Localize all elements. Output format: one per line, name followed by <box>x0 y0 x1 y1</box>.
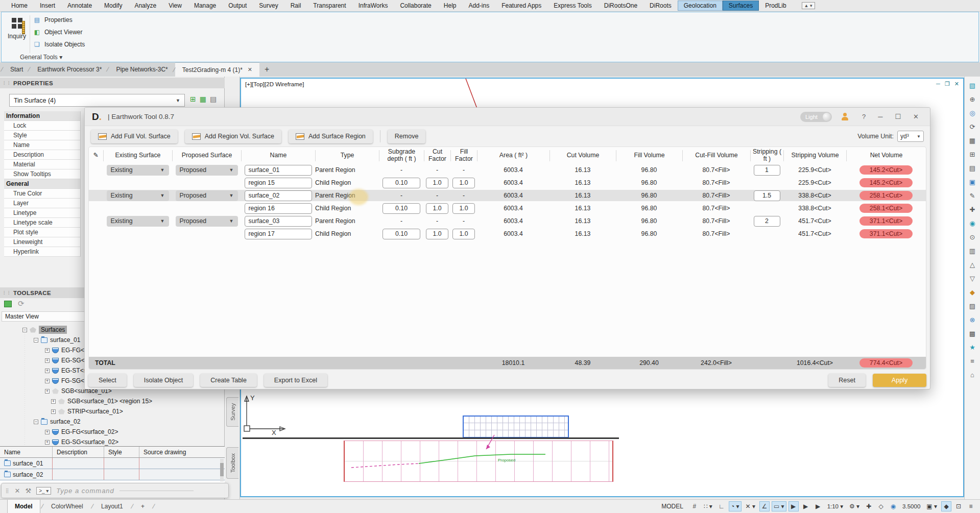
select-objects-icon[interactable]: ▦ <box>200 95 206 103</box>
subgrade-depth-input[interactable] <box>383 229 420 239</box>
add-full-vol-surface-button[interactable]: Add Full Vol. Surface <box>91 130 178 143</box>
toolbar-icon[interactable]: ▥ <box>967 244 978 258</box>
add-to-selection-icon[interactable]: ⊞ <box>190 95 196 103</box>
fill-factor-input[interactable] <box>452 229 475 239</box>
name-input[interactable] <box>245 165 312 176</box>
status-toggle-icon[interactable]: ✕ ▾ <box>744 501 757 511</box>
inquiry-button[interactable]: Inquiry <box>6 16 28 53</box>
refresh-icon[interactable]: ⟳ <box>18 299 25 308</box>
grading-grid-object[interactable] <box>463 416 569 438</box>
toolbar-icon[interactable]: ★ <box>967 340 978 354</box>
toolbar-icon[interactable]: ⊙ <box>967 230 978 244</box>
command-line[interactable]: ⣿ ✕ ⚒ >_ ▾ Type a command <box>1 483 229 498</box>
property-row[interactable]: Hyperlink <box>4 247 81 257</box>
status-toggle-icon[interactable]: ▶ <box>813 501 823 511</box>
cut-factor-input[interactable] <box>426 203 448 214</box>
menu-item[interactable]: Output <box>222 1 253 11</box>
help-button[interactable]: ? <box>862 113 866 120</box>
properties-tool-button[interactable]: ▤ Properties <box>33 16 73 23</box>
isolate-object-button[interactable]: Isolate Object <box>134 374 193 387</box>
tree-expand-icon[interactable]: + <box>45 389 50 394</box>
toolbar-icon[interactable]: ⟳ <box>967 120 978 134</box>
surface-list-row[interactable]: surface_02 <box>0 469 225 480</box>
toolbar-icon[interactable]: ▣ <box>967 175 978 189</box>
command-input[interactable]: Type a command <box>56 487 114 495</box>
toolbar-icon[interactable]: △ <box>967 258 978 272</box>
general-tools-dropdown[interactable]: General Tools ▾ <box>20 54 62 61</box>
menu-item[interactable]: Rail <box>284 1 307 11</box>
subgrade-depth-input[interactable] <box>383 203 420 214</box>
toolbar-icon[interactable]: ▤ <box>967 161 978 175</box>
tree-expand-icon[interactable]: + <box>45 348 50 353</box>
status-toggle-icon[interactable]: ✚ <box>864 501 874 511</box>
menu-item[interactable]: Modify <box>98 1 128 11</box>
maximize-button[interactable]: ☐ <box>895 113 901 120</box>
tree-expand-icon[interactable]: + <box>51 409 56 414</box>
layout-tab[interactable]: ColorWheel <box>44 500 90 513</box>
status-toggle-icon[interactable]: ▶ <box>788 501 799 511</box>
drawing-tab[interactable]: / Start ✕ <box>3 62 30 77</box>
menu-item[interactable]: Insert <box>34 1 61 11</box>
layout-tab[interactable]: Model <box>7 500 40 513</box>
toolbar-icon[interactable]: ▽ <box>967 272 978 285</box>
existing-surface-select[interactable]: Existing▼ <box>107 165 169 176</box>
scrollbar[interactable] <box>220 459 224 481</box>
status-toggle-icon[interactable]: ∷ ▾ <box>702 501 714 511</box>
menu-item[interactable]: Express Tools <box>547 1 597 11</box>
status-toggle-icon[interactable]: 1:10 ▾ <box>825 501 845 511</box>
status-toggle-icon[interactable]: ⊡ <box>953 501 964 511</box>
command-prompt-icon[interactable]: >_ ▾ <box>36 487 51 495</box>
tree-expand-icon[interactable]: − <box>34 420 38 424</box>
property-row[interactable]: Lineweight <box>4 237 81 247</box>
toolbar-icon[interactable]: ≡ <box>967 354 978 368</box>
property-row[interactable]: Layer <box>4 199 81 208</box>
surface-list-row[interactable]: surface_01 <box>0 458 225 469</box>
tree-expand-icon[interactable]: + <box>45 358 50 363</box>
tree-expand-icon[interactable]: + <box>51 399 56 404</box>
layout-tab[interactable]: + <box>134 500 152 513</box>
status-toggle-icon[interactable]: ▶ <box>801 501 811 511</box>
tab-survey[interactable]: Survey <box>226 397 238 427</box>
drawing-tab[interactable]: / Earthwork Processor 3* ✕ <box>30 62 109 77</box>
prospector-icon[interactable] <box>4 301 12 307</box>
name-input[interactable] <box>245 178 312 188</box>
toolbar-icon[interactable]: ◎ <box>967 106 978 120</box>
tree-item[interactable]: + STRIP<surface_01> <box>0 406 225 417</box>
menu-item[interactable]: DiRoots <box>643 1 678 11</box>
toolbar-icon[interactable]: ⊕ <box>967 92 978 106</box>
viewport-minimize-icon[interactable]: ─ <box>936 81 940 87</box>
apply-button[interactable]: Apply <box>873 374 926 387</box>
object-viewer-button[interactable]: ◧ Object Viewer <box>33 29 82 36</box>
model-space-label[interactable]: MODEL <box>661 503 683 510</box>
status-toggle-icon[interactable]: ◉ <box>888 501 898 511</box>
menu-item[interactable]: Collaborate <box>394 1 437 11</box>
menu-item[interactable]: Transparent <box>307 1 352 11</box>
status-toggle-icon[interactable]: ∠ <box>759 501 770 511</box>
tree-expand-icon[interactable]: + <box>45 430 50 434</box>
customize-wrench-icon[interactable]: ⚒ <box>26 487 32 495</box>
toolbar-icon[interactable]: ⌂ <box>967 368 978 382</box>
export-to-excel-button[interactable]: Export to Excel <box>264 374 327 387</box>
status-toggle-icon[interactable]: 3.5000 <box>900 501 922 511</box>
property-row[interactable]: Name <box>4 140 81 150</box>
add-region-vol-surface-button[interactable]: Add Region Vol. Surface <box>185 130 281 143</box>
menu-item[interactable]: ProdLib <box>759 1 792 11</box>
name-input[interactable] <box>245 190 312 201</box>
tree-item[interactable]: + EG-SG<surface_02> <box>0 437 225 446</box>
name-input[interactable] <box>245 229 312 239</box>
fill-factor-input[interactable] <box>452 178 475 188</box>
status-toggle-icon[interactable]: ∟ <box>716 501 727 511</box>
toolbar-icon[interactable]: ◆ <box>967 285 978 299</box>
toolbar-icon[interactable]: ✚ <box>967 203 978 216</box>
tree-item[interactable]: + SGB<surface_01> <region 15> <box>0 396 225 406</box>
toolbar-icon[interactable]: ⊞ <box>967 148 978 161</box>
dialog-titlebar[interactable]: D. | Earthwork Tool 0.8.7 Light ? ─ ☐ ✕ <box>85 108 930 126</box>
viewport-restore-icon[interactable]: ❐ <box>945 81 950 87</box>
drawing-tab[interactable]: / Test2Grading-m 4 (1)* ✕ <box>175 62 259 77</box>
tree-item[interactable]: − surface_02 <box>0 417 225 427</box>
close-icon[interactable]: ✕ <box>15 487 20 495</box>
viewport-label[interactable]: [+][Top][2D Wireframe] <box>245 81 304 87</box>
property-row[interactable]: Description <box>4 150 81 160</box>
toolbar-icon[interactable]: ▦ <box>967 134 978 148</box>
quick-select-icon[interactable]: ▤ <box>210 95 217 103</box>
